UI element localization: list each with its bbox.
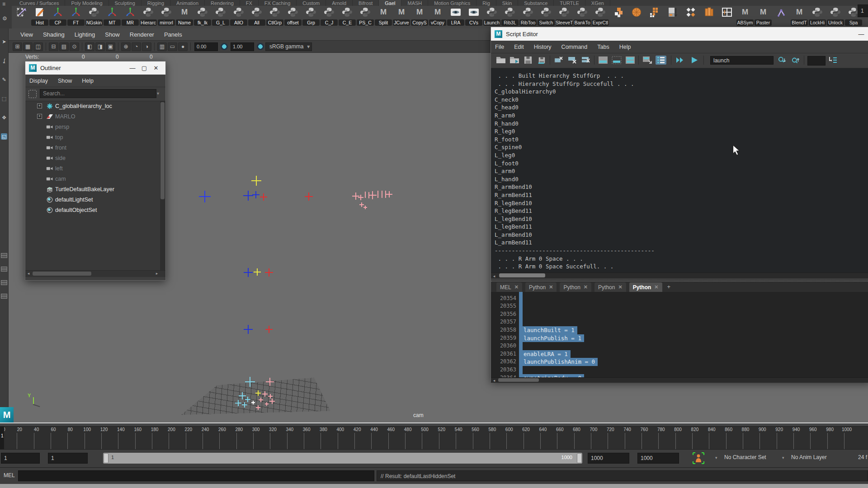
shelf-button-lockhi[interactable]: LockHi [808,6,826,28]
shelf-button-rib3l[interactable]: Rib3L [501,6,519,28]
outliner-item-side[interactable]: side [25,153,165,164]
outliner-menu-display[interactable]: Display [25,78,52,84]
chevron-down-icon[interactable]: ▾ [715,455,717,460]
shelf-tab-rendering[interactable]: Rendering [205,0,240,6]
shelf-button-name[interactable]: MName [175,6,193,28]
scroll-right-icon[interactable]: ▸ [154,271,160,277]
shelf-button-lra[interactable]: LRA [447,6,465,28]
outliner-menu-show[interactable]: Show [54,78,76,84]
clear-history-icon[interactable] [567,56,578,65]
se-menu-tabs[interactable]: Tabs [593,44,613,50]
se-menu-history[interactable]: History [530,44,556,50]
se-menu-edit[interactable]: Edit [510,44,528,50]
vp-toolbar-icon-17[interactable]: ▭ [168,42,177,51]
layout-preset-button[interactable] [1,294,7,299]
shelf-button-poly-grid[interactable] [646,6,664,28]
shelf-tab-sculpting[interactable]: Sculpting [109,0,142,6]
shelf-button-paster[interactable]: MPaster [754,6,772,28]
select-arrow-icon[interactable]: ➤ [1,38,7,45]
code-line-20357[interactable]: 20357 [491,318,868,326]
code-line-20359[interactable]: 20359launchPublish = 1 [491,334,868,343]
open-icon[interactable] [495,56,506,65]
vp-toolbar-icon-18[interactable]: ● [178,42,188,51]
anim-layer-dropdown[interactable]: No Anim Layer [791,454,827,460]
shelf-tab-custom[interactable]: Custom [297,0,326,6]
shelf-button-allo[interactable]: AllO [230,6,248,28]
outliner-item-cam[interactable]: cam [25,174,165,184]
shelf-button-vcopy[interactable]: MvCopy [429,6,447,28]
shelf-button-poly-cubes[interactable] [609,6,627,28]
move-tool-icon[interactable]: ✥ [1,114,7,121]
panel-menu-shading[interactable]: Shading [43,31,65,38]
shelf-button-lattice[interactable] [13,6,31,28]
minimize-icon[interactable]: — [127,65,138,71]
shelf-tab-poly-modeling[interactable]: Poly Modeling [65,0,108,6]
script-editor-title-bar[interactable]: M Script Editor — [491,27,868,41]
shelf-button-hist[interactable]: Hist [31,6,49,28]
panel-menu-show[interactable]: Show [105,31,120,38]
fps-dropdown[interactable]: 24 f [858,454,867,460]
shelf-button-ft[interactable]: FT [67,6,85,28]
close-icon[interactable]: ✕ [150,65,162,71]
outliner-item-left[interactable]: left [25,164,165,174]
vp-toolbar-icon-13[interactable]: ◔ [132,42,141,51]
vp-toolbar-icon-2[interactable]: ◫ [33,42,43,51]
code-line-20356[interactable]: 20356 [491,310,868,319]
show-both-icon[interactable] [625,56,636,65]
shelf-tab-fx[interactable]: FX [240,0,259,6]
shelf-button-c-e[interactable]: C_E [338,6,356,28]
shelf-button-poly-stack[interactable] [700,6,718,28]
time-slider[interactable]: 0204060801001201401601802002202402602803… [0,426,868,449]
shelf-tab-motion-graphics[interactable]: Motion Graphics [428,0,476,6]
shelf-tab-curves-surfaces[interactable]: Curves / Surfaces [14,0,65,6]
panel-menu-view[interactable]: View [20,31,33,38]
command-line-input[interactable] [18,470,374,481]
shelf-gear-icon[interactable]: ⚙ [2,15,7,22]
outliner-menu-help[interactable]: Help [78,78,98,84]
current-time-field[interactable] [858,5,868,17]
show-history-icon[interactable] [598,56,609,65]
open-exec-icon[interactable] [509,56,520,65]
goto-line-field[interactable] [807,56,826,66]
range-end-handle[interactable] [577,453,582,463]
code-line-20360[interactable]: 20360 [491,342,868,350]
shelf-button-poly-wheel[interactable] [627,6,646,28]
shelf-button-mirrorl[interactable]: mirrorl [157,6,175,28]
script-editor-code-area[interactable]: 203532035420355203562035720358launchBuil… [491,292,868,383]
shelf-tab-fx-caching[interactable]: FX Caching [259,0,297,6]
scale-tool-icon[interactable]: ◱ [1,133,7,140]
se-tab-python-3[interactable]: Python✕ [594,282,626,292]
shelf-button-cvs[interactable]: CVs [465,6,483,28]
command-line-mode-toggle[interactable]: MEL [4,472,15,479]
outliner-title-bar[interactable]: M Outliner — ▢ ✕ [25,61,165,75]
shelf-button-mt[interactable]: MT [103,6,121,28]
execute-icon[interactable] [689,56,700,65]
range-slider-bar[interactable]: 1 1000 [103,453,582,464]
outliner-search-input[interactable] [40,89,156,98]
se-tab-python-1[interactable]: Python✕ [525,282,557,292]
shelf-button-sleevet[interactable]: SleeveT [555,6,573,28]
shelf-tab-turtle[interactable]: TURTLE [554,0,585,6]
shelf-button-offset[interactable]: offset [284,6,302,28]
shelf-tab-skin[interactable]: Skin [496,0,518,6]
animation-start-field[interactable] [1,453,40,464]
range-start-handle[interactable] [104,453,108,463]
shelf-tab-substance[interactable]: Substance [518,0,554,6]
clear-input-icon[interactable] [553,56,564,65]
outliner-item-defaultobjectset[interactable]: defaultObjectSet [25,205,165,216]
vp-toolbar-icon-0[interactable]: ⊞ [13,42,22,51]
shelf-button-grp[interactable]: Grp [302,6,320,28]
vp-toolbar-icon-12[interactable]: ⊕ [121,42,131,51]
tab-close-icon[interactable]: ✕ [584,284,588,290]
layout-preset-button[interactable] [1,253,7,258]
code-horizontal-scrollbar[interactable]: ◂ [491,377,868,383]
playback-start-field[interactable] [48,453,88,464]
exposure-field[interactable]: 0.00 [194,42,218,51]
code-line-20362[interactable]: 20362launchPublishAnim = 0 [491,358,868,366]
colorspace-dropdown[interactable]: sRGB gamma [265,42,312,51]
script-editor-history[interactable]: . . . Built Hierarchy StuffGrp . . . . .… [491,68,868,272]
shelf-button-pane-white[interactable] [718,6,736,28]
find-prev-icon[interactable] [790,56,801,65]
filter-icon[interactable] [28,90,37,98]
shelf-tab-mash[interactable]: MASH [401,0,428,6]
